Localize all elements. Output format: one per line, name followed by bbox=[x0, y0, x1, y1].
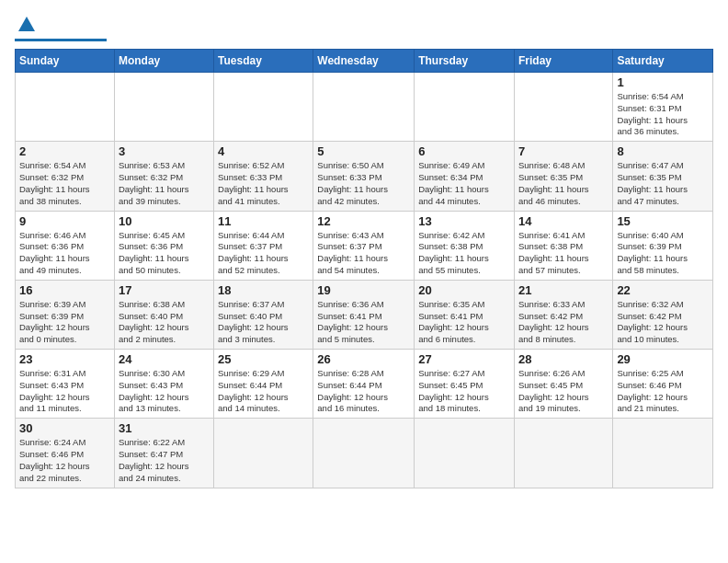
day-number: 2 bbox=[19, 144, 110, 158]
day-number: 22 bbox=[617, 283, 709, 297]
day-info: Sunrise: 6:41 AM Sunset: 6:38 PM Dayligh… bbox=[518, 230, 609, 277]
calendar-day-22: 22Sunrise: 6:32 AM Sunset: 6:42 PM Dayli… bbox=[613, 280, 713, 349]
weekday-header-wednesday: Wednesday bbox=[313, 50, 415, 73]
day-info: Sunrise: 6:48 AM Sunset: 6:35 PM Dayligh… bbox=[518, 160, 609, 207]
calendar-day-8: 8Sunrise: 6:47 AM Sunset: 6:35 PM Daylig… bbox=[613, 142, 713, 211]
svg-marker-0 bbox=[18, 17, 35, 31]
day-info: Sunrise: 6:42 AM Sunset: 6:38 PM Dayligh… bbox=[418, 230, 510, 277]
day-info: Sunrise: 6:24 AM Sunset: 6:46 PM Dayligh… bbox=[19, 437, 110, 484]
logo-icon bbox=[17, 15, 37, 35]
calendar-day-21: 21Sunrise: 6:33 AM Sunset: 6:42 PM Dayli… bbox=[514, 280, 612, 349]
day-number: 15 bbox=[617, 214, 709, 228]
day-info: Sunrise: 6:29 AM Sunset: 6:44 PM Dayligh… bbox=[218, 368, 309, 415]
calendar-day-11: 11Sunrise: 6:44 AM Sunset: 6:37 PM Dayli… bbox=[214, 211, 313, 280]
day-info: Sunrise: 6:35 AM Sunset: 6:41 PM Dayligh… bbox=[418, 299, 510, 346]
day-info: Sunrise: 6:22 AM Sunset: 6:47 PM Dayligh… bbox=[119, 437, 210, 484]
day-number: 26 bbox=[317, 352, 410, 366]
day-info: Sunrise: 6:54 AM Sunset: 6:32 PM Dayligh… bbox=[19, 160, 110, 207]
calendar-day-10: 10Sunrise: 6:45 AM Sunset: 6:36 PM Dayli… bbox=[114, 211, 213, 280]
logo bbox=[15, 15, 107, 41]
calendar-day-17: 17Sunrise: 6:38 AM Sunset: 6:40 PM Dayli… bbox=[114, 280, 213, 349]
day-info: Sunrise: 6:37 AM Sunset: 6:40 PM Dayligh… bbox=[218, 299, 309, 346]
weekday-header-thursday: Thursday bbox=[415, 50, 515, 73]
calendar-empty-cell bbox=[16, 73, 115, 142]
calendar-table: SundayMondayTuesdayWednesdayThursdayFrid… bbox=[15, 49, 713, 488]
day-info: Sunrise: 6:36 AM Sunset: 6:41 PM Dayligh… bbox=[317, 299, 410, 346]
weekday-header-monday: Monday bbox=[114, 50, 213, 73]
calendar-empty-cell bbox=[514, 419, 612, 488]
day-number: 10 bbox=[119, 214, 210, 228]
calendar-day-29: 29Sunrise: 6:25 AM Sunset: 6:46 PM Dayli… bbox=[613, 350, 713, 419]
day-number: 16 bbox=[19, 283, 110, 297]
day-number: 8 bbox=[617, 144, 709, 158]
day-info: Sunrise: 6:46 AM Sunset: 6:36 PM Dayligh… bbox=[19, 230, 110, 277]
calendar-day-30: 30Sunrise: 6:24 AM Sunset: 6:46 PM Dayli… bbox=[16, 419, 115, 488]
calendar-week-row: 9Sunrise: 6:46 AM Sunset: 6:36 PM Daylig… bbox=[16, 211, 713, 280]
calendar-empty-cell bbox=[415, 73, 515, 142]
calendar-empty-cell bbox=[214, 419, 313, 488]
day-number: 28 bbox=[518, 352, 609, 366]
day-info: Sunrise: 6:44 AM Sunset: 6:37 PM Dayligh… bbox=[218, 230, 309, 277]
calendar-day-2: 2Sunrise: 6:54 AM Sunset: 6:32 PM Daylig… bbox=[16, 142, 115, 211]
calendar-week-row: 2Sunrise: 6:54 AM Sunset: 6:32 PM Daylig… bbox=[16, 142, 713, 211]
calendar-day-23: 23Sunrise: 6:31 AM Sunset: 6:43 PM Dayli… bbox=[16, 350, 115, 419]
day-number: 17 bbox=[119, 283, 210, 297]
day-number: 13 bbox=[418, 214, 510, 228]
day-info: Sunrise: 6:28 AM Sunset: 6:44 PM Dayligh… bbox=[317, 368, 410, 415]
day-number: 29 bbox=[617, 352, 709, 366]
calendar-day-12: 12Sunrise: 6:43 AM Sunset: 6:37 PM Dayli… bbox=[313, 211, 415, 280]
calendar-day-7: 7Sunrise: 6:48 AM Sunset: 6:35 PM Daylig… bbox=[514, 142, 612, 211]
calendar-week-row: 16Sunrise: 6:39 AM Sunset: 6:39 PM Dayli… bbox=[16, 280, 713, 349]
day-number: 12 bbox=[317, 214, 410, 228]
day-number: 9 bbox=[19, 214, 110, 228]
day-number: 19 bbox=[317, 283, 410, 297]
calendar-empty-cell bbox=[313, 419, 415, 488]
day-info: Sunrise: 6:45 AM Sunset: 6:36 PM Dayligh… bbox=[119, 230, 210, 277]
header bbox=[15, 15, 713, 41]
day-info: Sunrise: 6:52 AM Sunset: 6:33 PM Dayligh… bbox=[218, 160, 309, 207]
day-number: 5 bbox=[317, 144, 410, 158]
day-number: 20 bbox=[418, 283, 510, 297]
day-number: 6 bbox=[418, 144, 510, 158]
day-info: Sunrise: 6:54 AM Sunset: 6:31 PM Dayligh… bbox=[617, 91, 709, 138]
day-info: Sunrise: 6:40 AM Sunset: 6:39 PM Dayligh… bbox=[617, 230, 709, 277]
calendar-day-16: 16Sunrise: 6:39 AM Sunset: 6:39 PM Dayli… bbox=[16, 280, 115, 349]
day-info: Sunrise: 6:53 AM Sunset: 6:32 PM Dayligh… bbox=[119, 160, 210, 207]
calendar-empty-cell bbox=[613, 419, 713, 488]
day-number: 24 bbox=[119, 352, 210, 366]
weekday-header-sunday: Sunday bbox=[16, 50, 115, 73]
calendar-day-19: 19Sunrise: 6:36 AM Sunset: 6:41 PM Dayli… bbox=[313, 280, 415, 349]
calendar-day-28: 28Sunrise: 6:26 AM Sunset: 6:45 PM Dayli… bbox=[514, 350, 612, 419]
calendar-empty-cell bbox=[214, 73, 313, 142]
day-info: Sunrise: 6:43 AM Sunset: 6:37 PM Dayligh… bbox=[317, 230, 410, 277]
calendar-day-18: 18Sunrise: 6:37 AM Sunset: 6:40 PM Dayli… bbox=[214, 280, 313, 349]
day-number: 27 bbox=[418, 352, 510, 366]
calendar-day-6: 6Sunrise: 6:49 AM Sunset: 6:34 PM Daylig… bbox=[415, 142, 515, 211]
weekday-header-row: SundayMondayTuesdayWednesdayThursdayFrid… bbox=[16, 50, 713, 73]
day-number: 25 bbox=[218, 352, 309, 366]
calendar-day-24: 24Sunrise: 6:30 AM Sunset: 6:43 PM Dayli… bbox=[114, 350, 213, 419]
day-number: 11 bbox=[218, 214, 309, 228]
calendar-day-20: 20Sunrise: 6:35 AM Sunset: 6:41 PM Dayli… bbox=[415, 280, 515, 349]
day-info: Sunrise: 6:50 AM Sunset: 6:33 PM Dayligh… bbox=[317, 160, 410, 207]
calendar-day-13: 13Sunrise: 6:42 AM Sunset: 6:38 PM Dayli… bbox=[415, 211, 515, 280]
day-info: Sunrise: 6:31 AM Sunset: 6:43 PM Dayligh… bbox=[19, 368, 110, 415]
day-info: Sunrise: 6:27 AM Sunset: 6:45 PM Dayligh… bbox=[418, 368, 510, 415]
day-number: 3 bbox=[119, 144, 210, 158]
day-info: Sunrise: 6:49 AM Sunset: 6:34 PM Dayligh… bbox=[418, 160, 510, 207]
day-number: 4 bbox=[218, 144, 309, 158]
calendar-day-5: 5Sunrise: 6:50 AM Sunset: 6:33 PM Daylig… bbox=[313, 142, 415, 211]
calendar-empty-cell bbox=[313, 73, 415, 142]
calendar-day-1: 1Sunrise: 6:54 AM Sunset: 6:31 PM Daylig… bbox=[613, 73, 713, 142]
calendar-day-25: 25Sunrise: 6:29 AM Sunset: 6:44 PM Dayli… bbox=[214, 350, 313, 419]
day-number: 31 bbox=[119, 421, 210, 435]
day-info: Sunrise: 6:30 AM Sunset: 6:43 PM Dayligh… bbox=[119, 368, 210, 415]
calendar-day-14: 14Sunrise: 6:41 AM Sunset: 6:38 PM Dayli… bbox=[514, 211, 612, 280]
day-info: Sunrise: 6:47 AM Sunset: 6:35 PM Dayligh… bbox=[617, 160, 709, 207]
calendar-week-row: 30Sunrise: 6:24 AM Sunset: 6:46 PM Dayli… bbox=[16, 419, 713, 488]
calendar-day-26: 26Sunrise: 6:28 AM Sunset: 6:44 PM Dayli… bbox=[313, 350, 415, 419]
logo-underline bbox=[15, 39, 107, 41]
day-number: 14 bbox=[518, 214, 609, 228]
weekday-header-tuesday: Tuesday bbox=[214, 50, 313, 73]
calendar-week-row: 1Sunrise: 6:54 AM Sunset: 6:31 PM Daylig… bbox=[16, 73, 713, 142]
